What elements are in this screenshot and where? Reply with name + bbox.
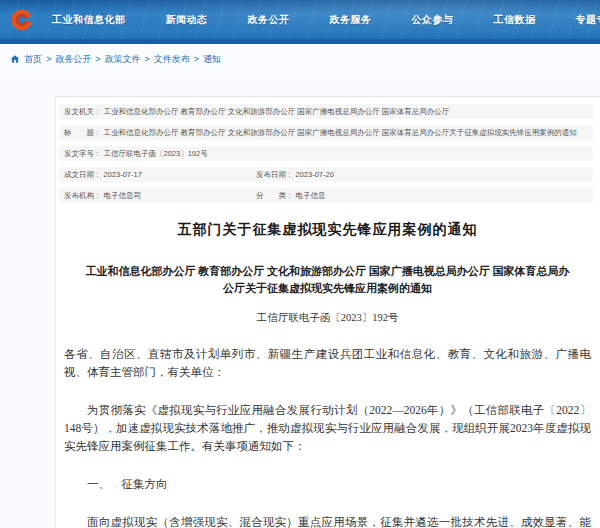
doc-paragraph-intro: 为贯彻落实《虚拟现实与行业应用融合发展行动计划（2022—2026年）》（工信部… <box>64 401 591 455</box>
breadcrumb-doc-release[interactable]: 文件发布 <box>154 53 190 66</box>
breadcrumb-separator: > <box>46 54 51 64</box>
meta-value: 电子信息司 <box>104 188 142 203</box>
doc-meta-table: 发文机关： 工业和信息化部办公厅 教育部办公厅 文化和旅游部办公厅 国家广播电视… <box>59 104 593 203</box>
breadcrumb-notice[interactable]: 通知 <box>203 53 221 66</box>
breadcrumb-home[interactable]: 首页 <box>24 53 42 66</box>
meta-row-issuing-agency: 发文机关： 工业和信息化部办公厅 教育部办公厅 文化和旅游部办公厅 国家广播电视… <box>59 104 593 119</box>
content-card: 发文机关： 工业和信息化部办公厅 教育部办公厅 文化和旅游部办公厅 国家广播电视… <box>55 96 600 528</box>
nav-item-miit[interactable]: 工业和信息化部 <box>52 13 126 27</box>
meta-value: 电子信息 <box>296 188 326 203</box>
meta-label: 发文机关： <box>64 104 102 119</box>
doc-paragraph-direction: 面向虚拟现实（含增强现实、混合现实）重点应用场景，征集并遴选一批技术先进、成效显… <box>64 513 591 528</box>
document-body: 五部门关于征集虚拟现实先锋应用案例的通知 工业和信息化部办公厅 教育部办公厅 文… <box>59 221 593 528</box>
meta-label: 发布日期： <box>256 167 294 182</box>
meta-label: 成文日期： <box>64 167 102 182</box>
meta-row-dates: 成文日期： 2023-07-17 发布日期： 2023-07-20 <box>59 167 593 182</box>
breadcrumb-separator: > <box>145 54 150 64</box>
breadcrumb-separator: > <box>95 54 100 64</box>
doc-subtitle: 工业和信息化部办公厅 教育部办公厅 文化和旅游部办公厅 国家广播电视总局办公厅 … <box>85 263 570 297</box>
miit-logo-icon[interactable] <box>10 9 32 31</box>
breadcrumb-separator: > <box>194 54 199 64</box>
nav-item-miit-data[interactable]: 工信数据 <box>494 13 536 27</box>
meta-label: 发文字号： <box>64 146 102 161</box>
breadcrumb: 首页 > 政务公开 > 政策文件 > 文件发布 > 通知 <box>0 44 600 74</box>
meta-value: 2023-07-17 <box>104 167 142 182</box>
home-icon[interactable] <box>10 54 20 64</box>
meta-value: 工业和信息化部办公厅 教育部办公厅 文化和旅游部办公厅 国家广播电视总局办公厅 … <box>104 125 577 140</box>
nav-item-public-participation[interactable]: 公众参与 <box>412 13 454 27</box>
breadcrumb-policy-docs[interactable]: 政策文件 <box>105 53 141 66</box>
meta-row-publisher-category: 发布机构： 电子信息司 分 类： 电子信息 <box>59 188 593 203</box>
top-nav-bar: 工业和信息化部 新闻动态 政务公开 政务服务 公众参与 工信数据 专题专栏 <box>0 0 600 44</box>
meta-label: 分 类： <box>256 188 294 203</box>
meta-value: 工业和信息化部办公厅 教育部办公厅 文化和旅游部办公厅 国家广播电视总局办公厅 … <box>104 104 450 119</box>
main-nav: 工业和信息化部 新闻动态 政务公开 政务服务 公众参与 工信数据 专题专栏 <box>52 13 600 27</box>
meta-value: 2023-07-20 <box>296 167 334 182</box>
meta-label: 发布机构： <box>64 188 102 203</box>
doc-section-heading-1: 一、 征集方向 <box>64 475 591 493</box>
page-title: 五部门关于征集虚拟现实先锋应用案例的通知 <box>64 221 591 239</box>
meta-value: 工信厅联电子函〔2023〕192号 <box>104 146 208 161</box>
nav-item-special-topics[interactable]: 专题专栏 <box>576 13 600 27</box>
nav-item-gov-open[interactable]: 政务公开 <box>248 13 290 27</box>
meta-row-doc-number: 发文字号： 工信厅联电子函〔2023〕192号 <box>59 146 593 161</box>
meta-label: 标 题： <box>64 125 102 140</box>
meta-row-title: 标 题： 工业和信息化部办公厅 教育部办公厅 文化和旅游部办公厅 国家广播电视总… <box>59 125 593 140</box>
doc-number: 工信厅联电子函〔2023〕192号 <box>64 311 591 325</box>
nav-item-news[interactable]: 新闻动态 <box>166 13 208 27</box>
breadcrumb-gov-open[interactable]: 政务公开 <box>55 53 91 66</box>
doc-salutation: 各省、自治区、直辖市及计划单列市、新疆生产建设兵团工业和信息化、教育、文化和旅游… <box>64 345 591 381</box>
nav-item-gov-services[interactable]: 政务服务 <box>330 13 372 27</box>
